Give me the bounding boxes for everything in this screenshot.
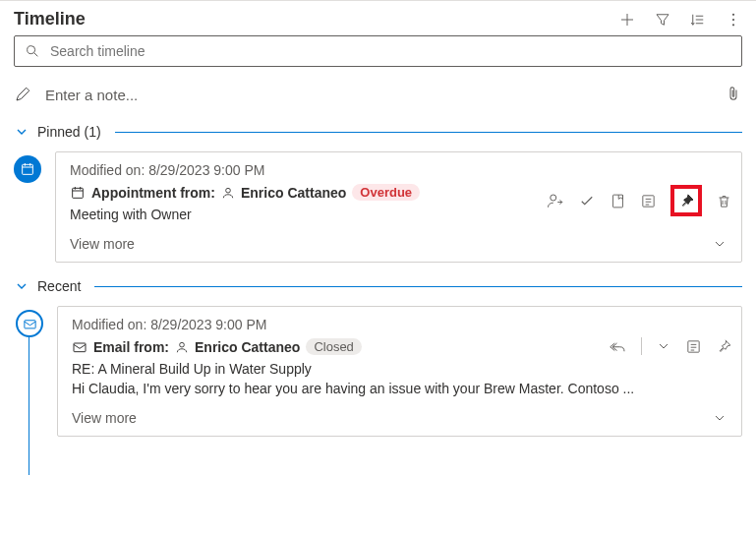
card-preview: Hi Claudia, I'm very sorry to hear you a… <box>72 381 727 396</box>
card-subject: RE: A Mineral Build Up in Water Supply <box>72 361 727 377</box>
pencil-icon <box>14 86 31 103</box>
svg-point-2 <box>732 24 734 26</box>
appointment-type-badge <box>14 155 41 183</box>
recent-card: Modified on: 8/29/2023 9:00 PM Email fro… <box>57 306 742 437</box>
header-actions <box>618 11 742 29</box>
assign-icon[interactable] <box>547 192 564 209</box>
open-record-icon[interactable] <box>610 193 626 209</box>
person-icon <box>221 186 235 200</box>
page-title: Timeline <box>14 9 86 30</box>
view-more-link[interactable]: View more <box>72 410 137 426</box>
email-icon <box>72 339 87 355</box>
card-footer: View more <box>70 236 727 252</box>
note-icon[interactable] <box>685 338 702 355</box>
person-icon <box>175 340 189 354</box>
separator <box>641 337 642 355</box>
section-recent-label: Recent <box>37 278 81 294</box>
recent-item: Modified on: 8/29/2023 9:00 PM Email fro… <box>0 306 756 437</box>
timeline-header: Timeline <box>0 1 756 35</box>
email-type-badge <box>16 310 43 337</box>
card-meta: Modified on: 8/29/2023 9:00 PM <box>70 162 727 178</box>
search-icon <box>25 43 40 59</box>
search-input[interactable] <box>48 42 731 60</box>
card-footer: View more <box>72 410 727 426</box>
note-row: Enter a note... <box>0 77 756 118</box>
card-type-label: Appointment from: <box>91 185 215 201</box>
timeline-connector <box>29 337 29 475</box>
chevron-down-icon[interactable] <box>712 236 727 252</box>
pin-highlight <box>670 185 702 216</box>
section-divider <box>94 286 742 287</box>
calendar-icon <box>70 185 86 201</box>
chevron-down-icon[interactable] <box>712 410 727 426</box>
svg-rect-10 <box>24 320 34 327</box>
section-pinned: Pinned (1) <box>0 118 756 146</box>
filter-icon[interactable] <box>654 11 671 29</box>
pinned-item: Modified on: 8/29/2023 9:00 PM Appointme… <box>0 151 756 263</box>
search-wrap <box>0 35 756 77</box>
section-divider <box>115 132 742 133</box>
check-icon[interactable] <box>578 192 596 209</box>
svg-point-3 <box>28 46 35 54</box>
delete-icon[interactable] <box>716 193 732 209</box>
pin-icon[interactable] <box>678 193 695 209</box>
sort-icon[interactable] <box>689 11 707 29</box>
section-pinned-label: Pinned (1) <box>37 124 101 140</box>
note-icon[interactable] <box>640 193 657 209</box>
svg-rect-5 <box>73 188 84 198</box>
svg-rect-8 <box>613 195 623 208</box>
card-meta: Modified on: 8/29/2023 9:00 PM <box>72 317 727 332</box>
note-input[interactable]: Enter a note... <box>45 87 711 103</box>
attachment-icon[interactable] <box>725 85 742 104</box>
section-recent: Recent <box>0 272 756 300</box>
status-badge-closed: Closed <box>306 338 361 355</box>
pinned-card-actions <box>547 185 732 216</box>
recent-card-actions <box>610 337 732 355</box>
chevron-down-icon[interactable] <box>656 338 671 354</box>
svg-point-7 <box>551 195 556 201</box>
search-box[interactable] <box>14 35 742 67</box>
more-icon[interactable] <box>725 11 742 29</box>
chevron-down-icon[interactable] <box>14 278 29 294</box>
card-person[interactable]: Enrico Cattaneo <box>241 185 346 201</box>
svg-point-0 <box>732 13 734 15</box>
card-person[interactable]: Enrico Cattaneo <box>195 339 300 355</box>
svg-point-6 <box>226 188 231 193</box>
svg-point-12 <box>180 342 185 347</box>
status-badge-overdue: Overdue <box>352 184 420 201</box>
svg-rect-11 <box>74 343 86 352</box>
svg-rect-4 <box>23 164 33 174</box>
chevron-down-icon[interactable] <box>14 124 29 140</box>
pin-icon[interactable] <box>716 338 732 355</box>
svg-point-1 <box>732 18 734 20</box>
reply-icon[interactable] <box>610 337 627 355</box>
card-type-label: Email from: <box>93 339 169 355</box>
add-icon[interactable] <box>618 11 636 29</box>
view-more-link[interactable]: View more <box>70 236 135 252</box>
